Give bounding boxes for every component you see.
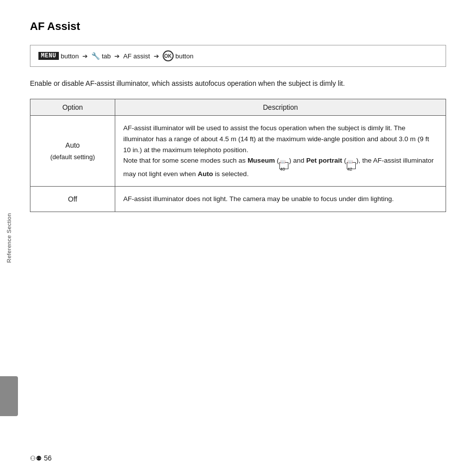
- desc-off-text: AF-assist illuminator does not light. Th…: [123, 195, 394, 203]
- options-table: Option Description Auto(default setting)…: [30, 99, 446, 212]
- breadcrumb-part3: button: [176, 52, 194, 60]
- desc-auto: AF-assist illuminator will be used to as…: [115, 116, 446, 187]
- page-number: 56: [44, 454, 52, 462]
- breadcrumb: MENU button ➔ 🔧 tab ➔ AF assist ➔ OK but…: [30, 45, 446, 67]
- arrow-1: ➔: [82, 52, 88, 60]
- sidebar-tab: [0, 376, 18, 416]
- footer-icon: ⚇⚉: [30, 455, 42, 462]
- breadcrumb-part1: button: [61, 52, 79, 60]
- desc-auto-text: AF-assist illuminator will be used to as…: [123, 124, 434, 177]
- book-ref-42: 📖42: [347, 162, 356, 169]
- desc-off: AF-assist illuminator does not light. Th…: [115, 187, 446, 212]
- arrow-2: ➔: [114, 52, 120, 60]
- option-off-label: Off: [68, 195, 77, 203]
- sidebar-label: Reference Section: [6, 213, 12, 263]
- option-auto: Auto(default setting): [30, 116, 115, 187]
- option-off: Off: [30, 187, 115, 212]
- table-header-description: Description: [115, 99, 446, 116]
- book-ref-40: 📖40: [279, 162, 288, 169]
- breadcrumb-part2: tab: [102, 52, 111, 60]
- table-row: Auto(default setting) AF-assist illumina…: [30, 116, 446, 187]
- page-footer: ⚇⚉ 56: [30, 454, 52, 462]
- breadcrumb-af-assist: AF assist: [123, 52, 150, 60]
- page-title: AF Assist: [30, 20, 446, 33]
- option-auto-label: Auto(default setting): [50, 141, 95, 161]
- ok-badge: OK: [163, 50, 174, 61]
- table-row: Off AF-assist illuminator does not light…: [30, 187, 446, 212]
- menu-badge: MENU: [38, 52, 59, 60]
- description-text: Enable or disable AF-assist illuminator,…: [30, 78, 446, 89]
- wrench-icon: 🔧: [91, 52, 100, 60]
- arrow-3: ➔: [154, 52, 159, 60]
- table-header-option: Option: [30, 99, 115, 116]
